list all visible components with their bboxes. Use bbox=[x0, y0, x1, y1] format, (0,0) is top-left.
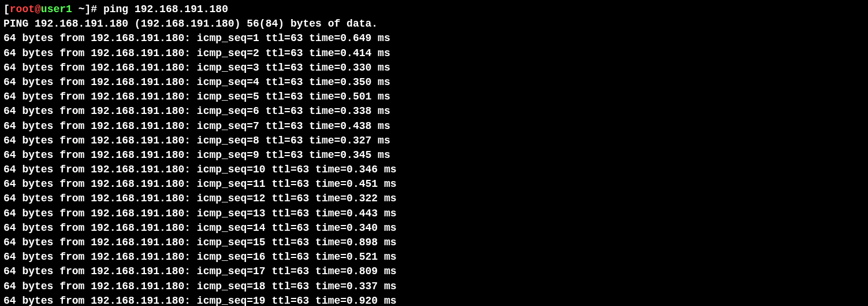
terminal-output[interactable]: [root@user1 ~]# ping 192.168.191.180 PIN… bbox=[0, 0, 868, 306]
prompt-close-bracket: ] bbox=[84, 3, 91, 15]
ping-reply-line: 64 bytes from 192.168.191.180: icmp_seq=… bbox=[3, 91, 390, 102]
ping-reply-line: 64 bytes from 192.168.191.180: icmp_seq=… bbox=[3, 281, 397, 292]
prompt-tilde: ~ bbox=[79, 3, 85, 15]
ping-reply-line: 64 bytes from 192.168.191.180: icmp_seq=… bbox=[3, 164, 397, 175]
ping-reply-line: 64 bytes from 192.168.191.180: icmp_seq=… bbox=[3, 266, 397, 277]
ping-reply-line: 64 bytes from 192.168.191.180: icmp_seq=… bbox=[3, 193, 397, 204]
ping-reply-line: 64 bytes from 192.168.191.180: icmp_seq=… bbox=[3, 295, 397, 306]
ping-reply-line: 64 bytes from 192.168.191.180: icmp_seq=… bbox=[3, 237, 397, 248]
ping-reply-line: 64 bytes from 192.168.191.180: icmp_seq=… bbox=[3, 208, 397, 219]
prompt-line: [root@user1 ~]# ping 192.168.191.180 bbox=[3, 3, 228, 15]
prompt-hash: # bbox=[91, 3, 103, 15]
ping-reply-line: 64 bytes from 192.168.191.180: icmp_seq=… bbox=[3, 105, 390, 117]
prompt-open-bracket: [ bbox=[3, 3, 10, 15]
ping-reply-line: 64 bytes from 192.168.191.180: icmp_seq=… bbox=[3, 251, 397, 263]
ping-reply-line: 64 bytes from 192.168.191.180: icmp_seq=… bbox=[3, 135, 390, 146]
ping-replies: 64 bytes from 192.168.191.180: icmp_seq=… bbox=[3, 31, 865, 306]
ping-reply-line: 64 bytes from 192.168.191.180: icmp_seq=… bbox=[3, 62, 390, 73]
ping-reply-line: 64 bytes from 192.168.191.180: icmp_seq=… bbox=[3, 120, 390, 132]
ping-reply-line: 64 bytes from 192.168.191.180: icmp_seq=… bbox=[3, 32, 390, 44]
prompt-at: @ bbox=[35, 3, 41, 15]
prompt-host: user1 bbox=[41, 3, 72, 15]
ping-reply-line: 64 bytes from 192.168.191.180: icmp_seq=… bbox=[3, 76, 390, 88]
ping-header: PING 192.168.191.180 (192.168.191.180) 5… bbox=[3, 18, 378, 30]
ping-reply-line: 64 bytes from 192.168.191.180: icmp_seq=… bbox=[3, 178, 397, 190]
prompt-user: root bbox=[10, 3, 35, 15]
prompt-space bbox=[72, 3, 79, 15]
ping-reply-line: 64 bytes from 192.168.191.180: icmp_seq=… bbox=[3, 149, 390, 161]
ping-reply-line: 64 bytes from 192.168.191.180: icmp_seq=… bbox=[3, 222, 397, 234]
ping-reply-line: 64 bytes from 192.168.191.180: icmp_seq=… bbox=[3, 47, 390, 59]
command-text: ping 192.168.191.180 bbox=[103, 3, 228, 15]
